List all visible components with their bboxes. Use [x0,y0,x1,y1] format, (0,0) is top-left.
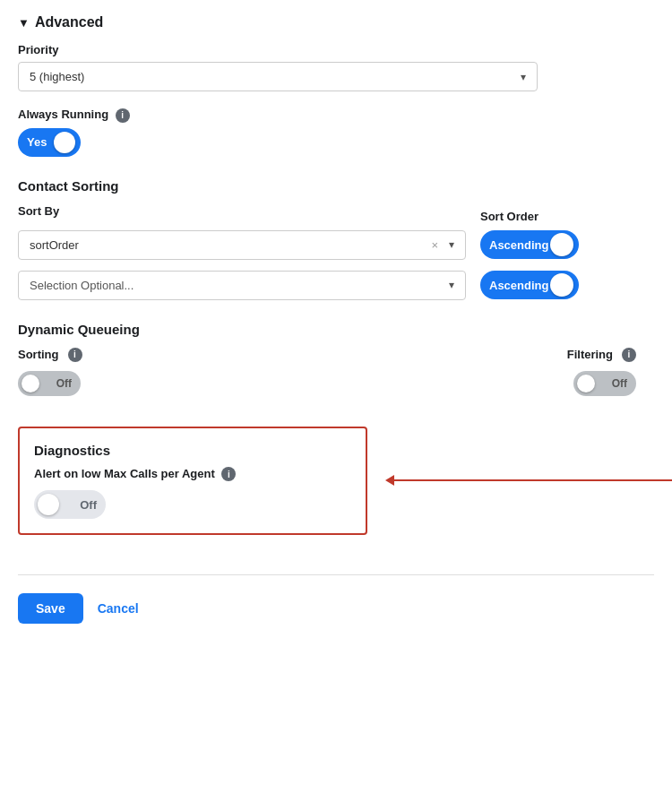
priority-dropdown[interactable]: 5 (highest) ▾ [18,62,538,91]
section-divider [18,574,654,575]
diagnostics-arrow-indicator [385,475,672,486]
sort-row-2: Selection Optional... ▾ Ascending [18,271,654,300]
sorting-toggle-label: Off [56,377,72,390]
sort-by-arrow-2-icon: ▾ [449,279,454,291]
filtering-toggle-knob [577,375,595,392]
filtering-info-icon[interactable]: i [622,348,636,362]
action-row: Save Cancel [18,593,654,624]
diagnostics-info-icon[interactable]: i [221,467,236,481]
sorting-info-icon[interactable]: i [68,348,82,362]
dynamic-queueing-title: Dynamic Queueing [18,322,654,337]
priority-field: Priority 5 (highest) ▾ [18,43,654,91]
sort-by-clear-1-icon[interactable]: × [431,238,438,252]
always-running-toggle-label: Yes [27,135,47,149]
diagnostics-toggle[interactable]: Off [34,490,106,519]
priority-label: Priority [18,43,654,56]
sort-order-toggle-label-2: Ascending [489,279,548,292]
sort-labels-row: Sort By Sort Order [18,204,654,223]
diagnostics-wrapper: Diagnostics Alert on low Max Calls per A… [18,405,367,557]
save-button[interactable]: Save [18,593,83,624]
always-running-toggle-knob [54,132,75,153]
sort-order-toggle-label-1: Ascending [489,238,548,252]
filtering-toggle-group: Off [573,371,654,396]
always-running-label: Always Running i [18,108,654,123]
filtering-toggle-label: Off [612,377,627,390]
sort-by-dropdown-1[interactable]: sortOrder × ▾ [18,230,466,260]
sort-by-value-1: sortOrder [30,238,431,252]
always-running-info-icon[interactable]: i [116,108,130,123]
advanced-section-header: ▼ Advanced [18,14,654,30]
diagnostics-toggle-knob [38,494,59,515]
priority-value: 5 (highest) [30,70,513,83]
filtering-group: Filtering i [567,348,654,362]
cancel-button[interactable]: Cancel [98,601,139,616]
diagnostics-title: Diagnostics [34,443,351,458]
sorting-label: Sorting [18,348,59,361]
dynamic-queueing-section: Dynamic Queueing Sorting i Filtering i O… [18,322,654,396]
filtering-toggle[interactable]: Off [573,371,636,396]
sort-by-arrow-1-icon: ▾ [449,238,454,251]
always-running-field: Always Running i Yes [18,108,654,157]
diagnostics-toggle-label: Off [80,498,97,512]
sort-order-toggle-knob-1 [550,233,573,256]
sorting-toggle-knob [22,375,39,392]
sorting-toggle-group: Off [18,371,81,396]
sort-order-label: Sort Order [480,210,538,223]
priority-arrow-icon: ▾ [521,71,526,83]
advanced-title: Advanced [35,14,103,30]
contact-sorting-section: Contact Sorting Sort By Sort Order sortO… [18,178,654,300]
diagnostics-section: Diagnostics Alert on low Max Calls per A… [18,427,367,536]
sort-order-toggle-2[interactable]: Ascending [480,271,579,299]
sorting-toggle[interactable]: Off [18,371,81,396]
arrow-line [394,479,672,481]
dynamic-queueing-toggles-row: Off Off [18,371,654,396]
sort-by-value-2: Selection Optional... [30,279,442,292]
filtering-label: Filtering [567,348,613,361]
dynamic-queueing-row: Sorting i Filtering i [18,348,654,362]
sorting-group: Sorting i [18,348,82,362]
always-running-toggle-container: Yes [18,128,654,157]
contact-sorting-title: Contact Sorting [18,178,654,194]
always-running-toggle[interactable]: Yes [18,128,81,157]
sort-by-label: Sort By [18,204,466,218]
sort-row-1: sortOrder × ▾ Ascending [18,230,654,260]
collapse-arrow-icon[interactable]: ▼ [18,16,30,30]
arrow-head-icon [385,475,394,486]
diagnostics-alert-label: Alert on low Max Calls per Agent i [34,467,351,482]
sort-order-toggle-knob-2 [550,273,573,297]
sort-by-dropdown-2[interactable]: Selection Optional... ▾ [18,271,466,300]
sort-order-toggle-1[interactable]: Ascending [480,230,579,259]
